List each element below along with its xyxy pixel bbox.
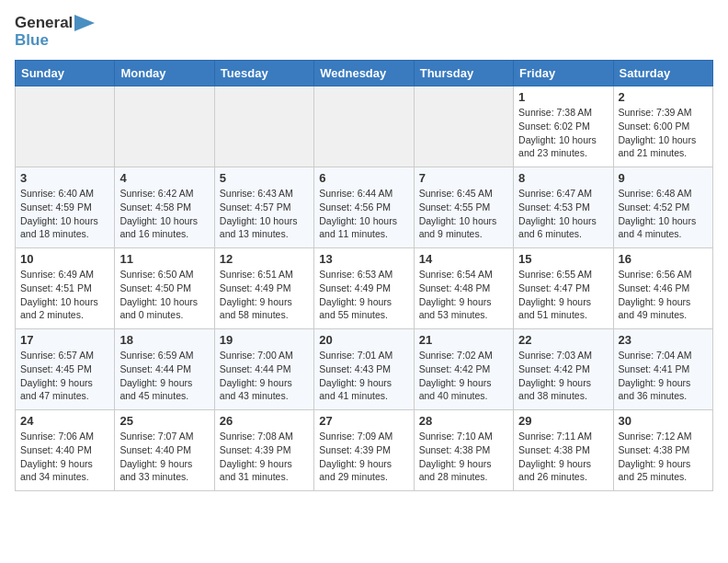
day-info: Sunrise: 7:09 AMSunset: 4:39 PMDaylight:… (319, 430, 408, 484)
table-cell (414, 86, 513, 167)
day-number: 1 (518, 90, 608, 104)
day-number: 11 (119, 252, 209, 266)
table-cell (16, 86, 115, 167)
day-info: Sunrise: 6:50 AMSunset: 4:50 PMDaylight:… (119, 268, 209, 322)
table-cell: 11Sunrise: 6:50 AMSunset: 4:50 PMDayligh… (115, 248, 214, 329)
table-cell: 24Sunrise: 7:06 AMSunset: 4:40 PMDayligh… (16, 410, 115, 491)
header-tuesday: Tuesday (214, 61, 313, 86)
table-cell: 17Sunrise: 6:57 AMSunset: 4:45 PMDayligh… (16, 329, 115, 410)
day-number: 23 (619, 333, 708, 347)
day-info: Sunrise: 6:54 AMSunset: 4:48 PMDaylight:… (419, 268, 508, 322)
table-cell: 1Sunrise: 7:38 AMSunset: 6:02 PMDaylight… (514, 86, 613, 167)
table-cell: 2Sunrise: 7:39 AMSunset: 6:00 PMDaylight… (613, 86, 712, 167)
logo-line2: Blue (15, 32, 95, 50)
day-info: Sunrise: 6:56 AMSunset: 4:46 PMDaylight:… (619, 268, 708, 322)
day-number: 20 (319, 333, 408, 347)
header-wednesday: Wednesday (314, 61, 414, 86)
day-info: Sunrise: 7:06 AMSunset: 4:40 PMDaylight:… (20, 430, 109, 484)
table-cell: 28Sunrise: 7:10 AMSunset: 4:38 PMDayligh… (414, 410, 513, 491)
day-number: 18 (119, 333, 209, 347)
week-row-3: 10Sunrise: 6:49 AMSunset: 4:51 PMDayligh… (16, 248, 713, 329)
table-cell: 29Sunrise: 7:11 AMSunset: 4:38 PMDayligh… (514, 410, 613, 491)
header: General Blue (15, 15, 713, 49)
day-number: 16 (619, 252, 708, 266)
table-cell: 16Sunrise: 6:56 AMSunset: 4:46 PMDayligh… (613, 248, 712, 329)
calendar-header: SundayMondayTuesdayWednesdayThursdayFrid… (16, 61, 713, 86)
day-info: Sunrise: 7:08 AMSunset: 4:39 PMDaylight:… (220, 430, 309, 484)
day-number: 6 (319, 171, 408, 185)
day-number: 9 (619, 171, 708, 185)
day-number: 12 (220, 252, 309, 266)
table-cell: 21Sunrise: 7:02 AMSunset: 4:42 PMDayligh… (414, 329, 513, 410)
table-cell: 13Sunrise: 6:53 AMSunset: 4:49 PMDayligh… (314, 248, 414, 329)
table-cell (314, 86, 414, 167)
day-info: Sunrise: 7:00 AMSunset: 4:44 PMDaylight:… (220, 349, 309, 403)
week-row-2: 3Sunrise: 6:40 AMSunset: 4:59 PMDaylight… (16, 167, 713, 248)
day-info: Sunrise: 7:01 AMSunset: 4:43 PMDaylight:… (319, 349, 408, 403)
day-info: Sunrise: 6:44 AMSunset: 4:56 PMDaylight:… (319, 187, 408, 241)
day-number: 2 (619, 90, 708, 104)
table-cell: 18Sunrise: 6:59 AMSunset: 4:44 PMDayligh… (115, 329, 214, 410)
day-number: 5 (220, 171, 309, 185)
table-cell: 7Sunrise: 6:45 AMSunset: 4:55 PMDaylight… (414, 167, 513, 248)
header-saturday: Saturday (613, 61, 712, 86)
day-number: 13 (319, 252, 408, 266)
day-number: 3 (20, 171, 109, 185)
table-cell (214, 86, 313, 167)
day-info: Sunrise: 6:57 AMSunset: 4:45 PMDaylight:… (20, 349, 109, 403)
table-cell: 5Sunrise: 6:43 AMSunset: 4:57 PMDaylight… (214, 167, 313, 248)
day-info: Sunrise: 6:51 AMSunset: 4:49 PMDaylight:… (220, 268, 309, 322)
day-info: Sunrise: 7:02 AMSunset: 4:42 PMDaylight:… (419, 349, 508, 403)
day-number: 21 (419, 333, 508, 347)
day-info: Sunrise: 7:38 AMSunset: 6:02 PMDaylight:… (518, 106, 608, 160)
table-cell: 19Sunrise: 7:00 AMSunset: 4:44 PMDayligh… (214, 329, 313, 410)
day-info: Sunrise: 7:11 AMSunset: 4:38 PMDaylight:… (518, 430, 608, 484)
header-thursday: Thursday (414, 61, 513, 86)
table-cell: 22Sunrise: 7:03 AMSunset: 4:42 PMDayligh… (514, 329, 613, 410)
week-row-5: 24Sunrise: 7:06 AMSunset: 4:40 PMDayligh… (16, 410, 713, 491)
week-row-4: 17Sunrise: 6:57 AMSunset: 4:45 PMDayligh… (16, 329, 713, 410)
day-info: Sunrise: 6:55 AMSunset: 4:47 PMDaylight:… (518, 268, 608, 322)
day-info: Sunrise: 6:47 AMSunset: 4:53 PMDaylight:… (518, 187, 608, 241)
svg-marker-0 (74, 15, 95, 31)
week-row-1: 1Sunrise: 7:38 AMSunset: 6:02 PMDaylight… (16, 86, 713, 167)
table-cell: 3Sunrise: 6:40 AMSunset: 4:59 PMDaylight… (16, 167, 115, 248)
day-info: Sunrise: 6:53 AMSunset: 4:49 PMDaylight:… (319, 268, 408, 322)
calendar-table: SundayMondayTuesdayWednesdayThursdayFrid… (15, 60, 713, 491)
logo-arrow-icon (74, 15, 95, 31)
table-cell: 30Sunrise: 7:12 AMSunset: 4:38 PMDayligh… (613, 410, 712, 491)
day-info: Sunrise: 7:03 AMSunset: 4:42 PMDaylight:… (518, 349, 608, 403)
table-cell: 25Sunrise: 7:07 AMSunset: 4:40 PMDayligh… (115, 410, 214, 491)
day-number: 4 (119, 171, 209, 185)
logo-text: General Blue (15, 15, 95, 49)
table-cell: 20Sunrise: 7:01 AMSunset: 4:43 PMDayligh… (314, 329, 414, 410)
day-number: 22 (518, 333, 608, 347)
day-number: 8 (518, 171, 608, 185)
day-info: Sunrise: 7:12 AMSunset: 4:38 PMDaylight:… (619, 430, 708, 484)
day-number: 28 (419, 414, 508, 428)
table-cell: 8Sunrise: 6:47 AMSunset: 4:53 PMDaylight… (514, 167, 613, 248)
day-number: 27 (319, 414, 408, 428)
day-info: Sunrise: 6:42 AMSunset: 4:58 PMDaylight:… (119, 187, 209, 241)
day-number: 25 (119, 414, 209, 428)
table-cell: 15Sunrise: 6:55 AMSunset: 4:47 PMDayligh… (514, 248, 613, 329)
day-number: 15 (518, 252, 608, 266)
table-cell: 12Sunrise: 6:51 AMSunset: 4:49 PMDayligh… (214, 248, 313, 329)
table-cell: 23Sunrise: 7:04 AMSunset: 4:41 PMDayligh… (613, 329, 712, 410)
day-number: 24 (20, 414, 109, 428)
day-info: Sunrise: 7:04 AMSunset: 4:41 PMDaylight:… (619, 349, 708, 403)
day-info: Sunrise: 6:49 AMSunset: 4:51 PMDaylight:… (20, 268, 109, 322)
day-info: Sunrise: 7:07 AMSunset: 4:40 PMDaylight:… (119, 430, 209, 484)
day-number: 17 (20, 333, 109, 347)
day-info: Sunrise: 6:48 AMSunset: 4:52 PMDaylight:… (619, 187, 708, 241)
day-number: 29 (518, 414, 608, 428)
day-info: Sunrise: 7:10 AMSunset: 4:38 PMDaylight:… (419, 430, 508, 484)
table-cell: 9Sunrise: 6:48 AMSunset: 4:52 PMDaylight… (613, 167, 712, 248)
table-cell: 26Sunrise: 7:08 AMSunset: 4:39 PMDayligh… (214, 410, 313, 491)
logo: General Blue (15, 15, 95, 49)
table-cell: 27Sunrise: 7:09 AMSunset: 4:39 PMDayligh… (314, 410, 414, 491)
day-number: 30 (619, 414, 708, 428)
table-cell: 14Sunrise: 6:54 AMSunset: 4:48 PMDayligh… (414, 248, 513, 329)
day-number: 7 (419, 171, 508, 185)
day-number: 26 (220, 414, 309, 428)
